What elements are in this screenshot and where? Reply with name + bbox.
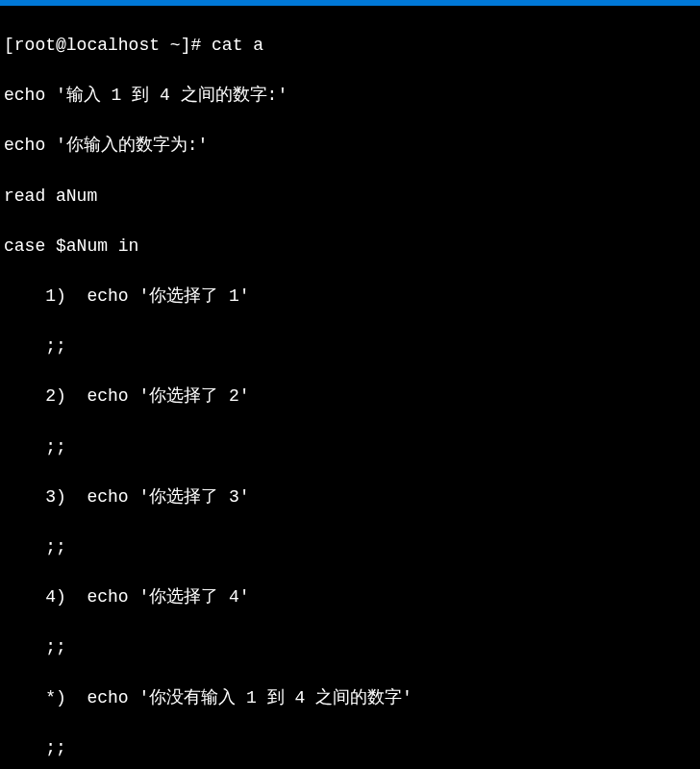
script-line: ;; xyxy=(4,334,696,359)
script-line: echo '你输入的数字为:' xyxy=(4,133,696,158)
script-line: 1) echo '你选择了 1' xyxy=(4,284,696,309)
window-titlebar xyxy=(0,0,700,6)
script-line: ;; xyxy=(4,434,696,459)
script-line: ;; xyxy=(4,735,696,760)
script-line: read aNum xyxy=(4,184,696,209)
shell-prompt: [root@localhost ~]# xyxy=(4,36,212,55)
command-text: cat a xyxy=(212,36,263,55)
script-line: ;; xyxy=(4,634,696,659)
script-line: echo '输入 1 到 4 之间的数字:' xyxy=(4,83,696,108)
script-line: 2) echo '你选择了 2' xyxy=(4,384,696,409)
script-line: ;; xyxy=(4,534,696,559)
prompt-line: [root@localhost ~]# cat a xyxy=(4,33,696,58)
script-line: *) echo '你没有输入 1 到 4 之间的数字' xyxy=(4,685,696,710)
script-line: case $aNum in xyxy=(4,234,696,259)
script-line: 4) echo '你选择了 4' xyxy=(4,584,696,609)
terminal-output[interactable]: [root@localhost ~]# cat a echo '输入 1 到 4… xyxy=(4,8,696,769)
script-line: 3) echo '你选择了 3' xyxy=(4,484,696,509)
